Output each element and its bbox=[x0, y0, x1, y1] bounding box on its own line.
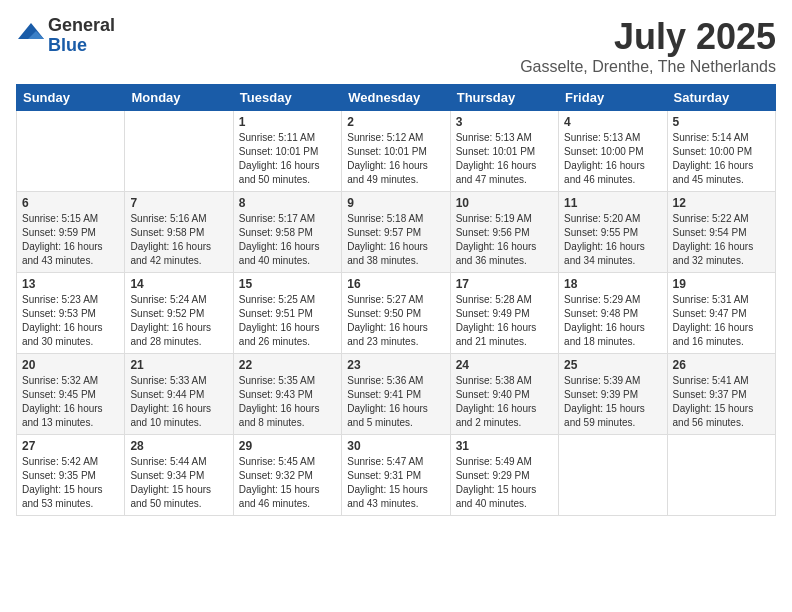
calendar-cell: 4Sunrise: 5:13 AM Sunset: 10:00 PM Dayli… bbox=[559, 111, 667, 192]
calendar-cell: 5Sunrise: 5:14 AM Sunset: 10:00 PM Dayli… bbox=[667, 111, 775, 192]
calendar-cell: 18Sunrise: 5:29 AM Sunset: 9:48 PM Dayli… bbox=[559, 273, 667, 354]
week-row-1: 1Sunrise: 5:11 AM Sunset: 10:01 PM Dayli… bbox=[17, 111, 776, 192]
day-number: 30 bbox=[347, 439, 444, 453]
calendar-cell: 25Sunrise: 5:39 AM Sunset: 9:39 PM Dayli… bbox=[559, 354, 667, 435]
day-info: Sunrise: 5:20 AM Sunset: 9:55 PM Dayligh… bbox=[564, 212, 661, 268]
weekday-header-wednesday: Wednesday bbox=[342, 85, 450, 111]
day-info: Sunrise: 5:38 AM Sunset: 9:40 PM Dayligh… bbox=[456, 374, 553, 430]
logo-general-label: General bbox=[48, 16, 115, 36]
weekday-header-row: SundayMondayTuesdayWednesdayThursdayFrid… bbox=[17, 85, 776, 111]
calendar-cell bbox=[17, 111, 125, 192]
day-number: 29 bbox=[239, 439, 336, 453]
page-header: General Blue July 2025 Gasselte, Drenthe… bbox=[16, 16, 776, 76]
day-number: 13 bbox=[22, 277, 119, 291]
weekday-header-thursday: Thursday bbox=[450, 85, 558, 111]
logo-icon bbox=[16, 21, 46, 51]
day-info: Sunrise: 5:29 AM Sunset: 9:48 PM Dayligh… bbox=[564, 293, 661, 349]
day-number: 25 bbox=[564, 358, 661, 372]
day-info: Sunrise: 5:23 AM Sunset: 9:53 PM Dayligh… bbox=[22, 293, 119, 349]
calendar-cell: 23Sunrise: 5:36 AM Sunset: 9:41 PM Dayli… bbox=[342, 354, 450, 435]
day-number: 8 bbox=[239, 196, 336, 210]
calendar-cell: 24Sunrise: 5:38 AM Sunset: 9:40 PM Dayli… bbox=[450, 354, 558, 435]
day-number: 6 bbox=[22, 196, 119, 210]
weekday-header-saturday: Saturday bbox=[667, 85, 775, 111]
location-title: Gasselte, Drenthe, The Netherlands bbox=[520, 58, 776, 76]
day-number: 7 bbox=[130, 196, 227, 210]
day-number: 9 bbox=[347, 196, 444, 210]
calendar-cell: 26Sunrise: 5:41 AM Sunset: 9:37 PM Dayli… bbox=[667, 354, 775, 435]
day-number: 26 bbox=[673, 358, 770, 372]
day-number: 11 bbox=[564, 196, 661, 210]
calendar-body: 1Sunrise: 5:11 AM Sunset: 10:01 PM Dayli… bbox=[17, 111, 776, 516]
calendar-cell: 13Sunrise: 5:23 AM Sunset: 9:53 PM Dayli… bbox=[17, 273, 125, 354]
day-info: Sunrise: 5:14 AM Sunset: 10:00 PM Daylig… bbox=[673, 131, 770, 187]
day-info: Sunrise: 5:17 AM Sunset: 9:58 PM Dayligh… bbox=[239, 212, 336, 268]
month-title: July 2025 bbox=[520, 16, 776, 58]
calendar-cell: 3Sunrise: 5:13 AM Sunset: 10:01 PM Dayli… bbox=[450, 111, 558, 192]
day-number: 3 bbox=[456, 115, 553, 129]
calendar-cell: 21Sunrise: 5:33 AM Sunset: 9:44 PM Dayli… bbox=[125, 354, 233, 435]
day-info: Sunrise: 5:47 AM Sunset: 9:31 PM Dayligh… bbox=[347, 455, 444, 511]
day-number: 5 bbox=[673, 115, 770, 129]
calendar-cell: 15Sunrise: 5:25 AM Sunset: 9:51 PM Dayli… bbox=[233, 273, 341, 354]
logo-blue-label: Blue bbox=[48, 36, 115, 56]
calendar-cell: 20Sunrise: 5:32 AM Sunset: 9:45 PM Dayli… bbox=[17, 354, 125, 435]
day-info: Sunrise: 5:33 AM Sunset: 9:44 PM Dayligh… bbox=[130, 374, 227, 430]
calendar-cell: 6Sunrise: 5:15 AM Sunset: 9:59 PM Daylig… bbox=[17, 192, 125, 273]
day-number: 4 bbox=[564, 115, 661, 129]
calendar-cell: 27Sunrise: 5:42 AM Sunset: 9:35 PM Dayli… bbox=[17, 435, 125, 516]
calendar-cell: 22Sunrise: 5:35 AM Sunset: 9:43 PM Dayli… bbox=[233, 354, 341, 435]
calendar-cell: 28Sunrise: 5:44 AM Sunset: 9:34 PM Dayli… bbox=[125, 435, 233, 516]
day-number: 15 bbox=[239, 277, 336, 291]
calendar-cell: 19Sunrise: 5:31 AM Sunset: 9:47 PM Dayli… bbox=[667, 273, 775, 354]
day-info: Sunrise: 5:12 AM Sunset: 10:01 PM Daylig… bbox=[347, 131, 444, 187]
weekday-header-monday: Monday bbox=[125, 85, 233, 111]
day-number: 12 bbox=[673, 196, 770, 210]
calendar-cell bbox=[559, 435, 667, 516]
calendar-cell: 2Sunrise: 5:12 AM Sunset: 10:01 PM Dayli… bbox=[342, 111, 450, 192]
calendar-cell: 14Sunrise: 5:24 AM Sunset: 9:52 PM Dayli… bbox=[125, 273, 233, 354]
day-info: Sunrise: 5:13 AM Sunset: 10:01 PM Daylig… bbox=[456, 131, 553, 187]
day-info: Sunrise: 5:42 AM Sunset: 9:35 PM Dayligh… bbox=[22, 455, 119, 511]
day-info: Sunrise: 5:27 AM Sunset: 9:50 PM Dayligh… bbox=[347, 293, 444, 349]
week-row-5: 27Sunrise: 5:42 AM Sunset: 9:35 PM Dayli… bbox=[17, 435, 776, 516]
day-info: Sunrise: 5:11 AM Sunset: 10:01 PM Daylig… bbox=[239, 131, 336, 187]
day-info: Sunrise: 5:25 AM Sunset: 9:51 PM Dayligh… bbox=[239, 293, 336, 349]
week-row-4: 20Sunrise: 5:32 AM Sunset: 9:45 PM Dayli… bbox=[17, 354, 776, 435]
day-info: Sunrise: 5:36 AM Sunset: 9:41 PM Dayligh… bbox=[347, 374, 444, 430]
day-info: Sunrise: 5:41 AM Sunset: 9:37 PM Dayligh… bbox=[673, 374, 770, 430]
day-number: 19 bbox=[673, 277, 770, 291]
calendar-table: SundayMondayTuesdayWednesdayThursdayFrid… bbox=[16, 84, 776, 516]
day-number: 17 bbox=[456, 277, 553, 291]
day-number: 28 bbox=[130, 439, 227, 453]
title-area: July 2025 Gasselte, Drenthe, The Netherl… bbox=[520, 16, 776, 76]
calendar-cell: 29Sunrise: 5:45 AM Sunset: 9:32 PM Dayli… bbox=[233, 435, 341, 516]
day-info: Sunrise: 5:16 AM Sunset: 9:58 PM Dayligh… bbox=[130, 212, 227, 268]
day-info: Sunrise: 5:32 AM Sunset: 9:45 PM Dayligh… bbox=[22, 374, 119, 430]
day-number: 27 bbox=[22, 439, 119, 453]
day-number: 20 bbox=[22, 358, 119, 372]
weekday-header-tuesday: Tuesday bbox=[233, 85, 341, 111]
day-number: 1 bbox=[239, 115, 336, 129]
day-number: 14 bbox=[130, 277, 227, 291]
calendar-cell: 10Sunrise: 5:19 AM Sunset: 9:56 PM Dayli… bbox=[450, 192, 558, 273]
day-number: 10 bbox=[456, 196, 553, 210]
calendar-cell: 8Sunrise: 5:17 AM Sunset: 9:58 PM Daylig… bbox=[233, 192, 341, 273]
calendar-cell: 31Sunrise: 5:49 AM Sunset: 9:29 PM Dayli… bbox=[450, 435, 558, 516]
week-row-3: 13Sunrise: 5:23 AM Sunset: 9:53 PM Dayli… bbox=[17, 273, 776, 354]
calendar-cell: 11Sunrise: 5:20 AM Sunset: 9:55 PM Dayli… bbox=[559, 192, 667, 273]
calendar-cell: 1Sunrise: 5:11 AM Sunset: 10:01 PM Dayli… bbox=[233, 111, 341, 192]
calendar-cell bbox=[667, 435, 775, 516]
day-number: 23 bbox=[347, 358, 444, 372]
week-row-2: 6Sunrise: 5:15 AM Sunset: 9:59 PM Daylig… bbox=[17, 192, 776, 273]
day-info: Sunrise: 5:31 AM Sunset: 9:47 PM Dayligh… bbox=[673, 293, 770, 349]
day-info: Sunrise: 5:45 AM Sunset: 9:32 PM Dayligh… bbox=[239, 455, 336, 511]
calendar-cell: 9Sunrise: 5:18 AM Sunset: 9:57 PM Daylig… bbox=[342, 192, 450, 273]
logo: General Blue bbox=[16, 16, 115, 56]
day-info: Sunrise: 5:15 AM Sunset: 9:59 PM Dayligh… bbox=[22, 212, 119, 268]
day-number: 22 bbox=[239, 358, 336, 372]
day-info: Sunrise: 5:35 AM Sunset: 9:43 PM Dayligh… bbox=[239, 374, 336, 430]
day-info: Sunrise: 5:39 AM Sunset: 9:39 PM Dayligh… bbox=[564, 374, 661, 430]
day-info: Sunrise: 5:44 AM Sunset: 9:34 PM Dayligh… bbox=[130, 455, 227, 511]
day-number: 18 bbox=[564, 277, 661, 291]
